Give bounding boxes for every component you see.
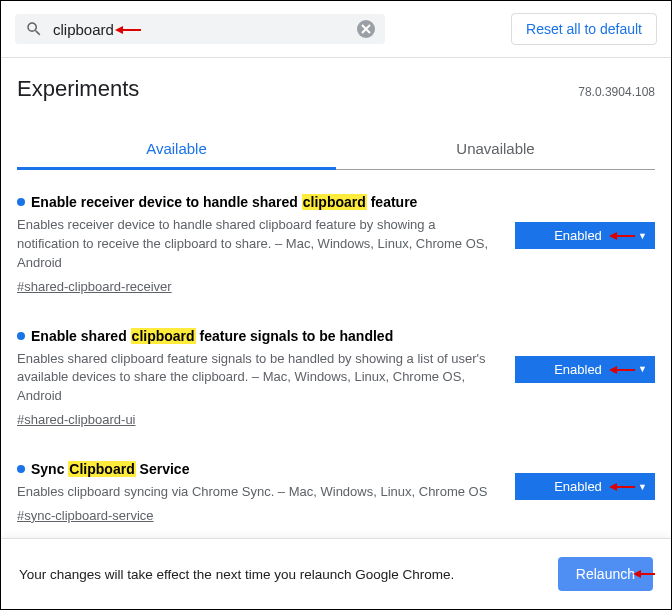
- modified-dot-icon: [17, 198, 25, 206]
- clear-search-button[interactable]: [357, 20, 375, 38]
- highlight: clipboard: [131, 328, 196, 344]
- flag-anchor-link[interactable]: #shared-clipboard-receiver: [17, 279, 172, 294]
- footer-message: Your changes will take effect the next t…: [19, 567, 454, 582]
- flag-status-select[interactable]: Enabled ▼: [515, 473, 655, 500]
- tab-unavailable[interactable]: Unavailable: [336, 130, 655, 170]
- flag-list: Enable receiver device to handle shared …: [1, 170, 671, 533]
- reset-all-button[interactable]: Reset all to default: [511, 13, 657, 45]
- flag-description: Enables clipboard syncing via Chrome Syn…: [17, 483, 501, 502]
- page-title: Experiments: [17, 76, 139, 102]
- search-input[interactable]: [53, 21, 357, 38]
- title-row: Experiments 78.0.3904.108: [1, 58, 671, 102]
- highlight: clipboard: [302, 194, 367, 210]
- tabs: Available Unavailable: [17, 130, 655, 170]
- header-bar: Reset all to default: [1, 1, 671, 58]
- flag-status-select[interactable]: Enabled ▼: [515, 222, 655, 249]
- search-icon: [25, 20, 43, 38]
- flag-item: Sync Clipboard Service Enables clipboard…: [17, 437, 655, 533]
- modified-dot-icon: [17, 332, 25, 340]
- tab-available[interactable]: Available: [17, 130, 336, 170]
- flag-description: Enables shared clipboard feature signals…: [17, 350, 501, 407]
- flag-description: Enables receiver device to handle shared…: [17, 216, 501, 273]
- modified-dot-icon: [17, 465, 25, 473]
- annotation-arrow-icon: [633, 568, 655, 580]
- flag-item: Enable shared clipboard feature signals …: [17, 304, 655, 438]
- flag-anchor-link[interactable]: #shared-clipboard-ui: [17, 412, 136, 427]
- footer-bar: Your changes will take effect the next t…: [1, 538, 671, 609]
- highlight: Clipboard: [68, 461, 135, 477]
- flag-title: Sync Clipboard Service: [17, 461, 501, 477]
- search-box[interactable]: [15, 14, 385, 44]
- relaunch-button[interactable]: Relaunch: [558, 557, 653, 591]
- flag-anchor-link[interactable]: #sync-clipboard-service: [17, 508, 154, 523]
- flag-status-select[interactable]: Enabled ▼: [515, 356, 655, 383]
- flag-title: Enable shared clipboard feature signals …: [17, 328, 501, 344]
- flag-title: Enable receiver device to handle shared …: [17, 194, 501, 210]
- version-label: 78.0.3904.108: [578, 85, 655, 99]
- flag-item: Enable receiver device to handle shared …: [17, 170, 655, 304]
